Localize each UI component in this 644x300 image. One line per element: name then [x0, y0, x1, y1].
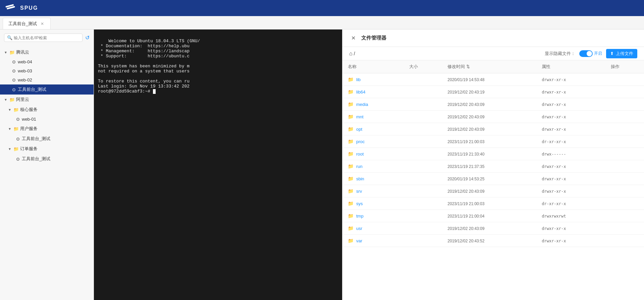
file-modified-cell: 2019/12/02 20:43:19: [442, 86, 536, 98]
file-name-link[interactable]: 📁 media: [348, 102, 398, 107]
host-icon: ⊙: [12, 77, 16, 82]
file-name-link[interactable]: 📁 run: [348, 164, 398, 169]
terminal-cursor: [153, 89, 156, 94]
folder-icon: 📁: [348, 238, 354, 243]
file-perms-cell: drwxr-xr-x: [536, 160, 605, 173]
sidebar-item-toolfront-user[interactable]: ⊙ 工具前台_测试: [0, 134, 94, 144]
file-permissions: drwxr-xr-x: [542, 189, 566, 194]
file-name-link[interactable]: 📁 mnt: [348, 114, 398, 119]
arrow-icon: ▼: [4, 98, 7, 102]
fm-close-button[interactable]: ✕: [349, 34, 357, 42]
file-permissions: drwxrwxrwt: [542, 214, 566, 219]
file-modified: 2019/12/02 20:43:09: [447, 127, 484, 132]
toggle-label: 开启: [594, 51, 602, 56]
file-modified-cell: 2019/12/02 20:43:09: [442, 222, 536, 235]
sidebar-item-web03[interactable]: ⊙ web-03: [0, 66, 94, 75]
fm-table-body: 📁 lib 2020/01/19 14:53:48 drwxr-xr-x 📁 l…: [342, 73, 644, 247]
folder-icon: 📁: [13, 107, 19, 112]
fm-show-hidden-label: 显示隐藏文件：: [545, 51, 575, 57]
col-header-modified: 修改时间 ⇅: [442, 60, 536, 73]
folder-icon: 📁: [13, 146, 19, 152]
fm-path-bar: ⌂ / 显示隐藏文件： 开启 ⬆ 上传文件: [342, 47, 644, 60]
toggle-switch[interactable]: 开启: [579, 50, 602, 57]
file-modified: 2020/01/19 14:53:48: [447, 77, 484, 82]
file-name-cell: 📁 lib64: [342, 86, 404, 98]
table-row: 📁 sbin 2020/01/19 14:53:25 drwxr-xr-x: [342, 173, 644, 185]
sidebar-item-web02[interactable]: ⊙ web-02: [0, 75, 94, 84]
sidebar-item-web04[interactable]: ⊙ web-04: [0, 57, 94, 66]
file-perms-cell: drwxr-xr-x: [536, 86, 605, 98]
fm-path-separator: /: [354, 51, 355, 56]
file-name-link[interactable]: 📁 sys: [348, 201, 398, 206]
table-row: 📁 lib 2020/01/19 14:53:48 drwxr-xr-x: [342, 73, 644, 86]
file-name-link[interactable]: 📁 lib: [348, 77, 398, 82]
tree-subgroup-order-label[interactable]: ▼ 📁 订单服务: [0, 144, 94, 154]
file-name-link[interactable]: 📁 usr: [348, 226, 398, 231]
host-icon: ⊙: [16, 117, 20, 122]
file-name-cell: 📁 lib: [342, 73, 404, 86]
file-name-link[interactable]: 📁 sbin: [348, 176, 398, 181]
tree-subgroup-core-label[interactable]: ▼ 📁 核心服务: [0, 105, 94, 115]
file-size-cell: [404, 173, 442, 185]
fm-table-wrapper: 名称 大小 修改时间 ⇅ 属性 操作 📁 lib: [342, 60, 644, 300]
sidebar-item-toolfront-tencent[interactable]: ⊙ 工具前台_测试: [0, 84, 94, 95]
sidebar-item-toolfront-order[interactable]: ⊙ 工具前台_测试: [0, 154, 94, 164]
file-permissions: drwxr-xr-x: [542, 226, 566, 231]
tab-item-0[interactable]: 工具前台_测试 ✕: [3, 18, 51, 29]
upload-button[interactable]: ⬆ 上传文件: [606, 49, 637, 58]
terminal-area[interactable]: Welcome to Ubuntu 18.04.3 LTS (GNU/ * Do…: [94, 29, 342, 300]
table-row: 📁 root 2023/11/19 21:33:40 drwx------: [342, 148, 644, 160]
file-perms-cell: drwxr-xr-x: [536, 111, 605, 123]
sidebar-item-label: web-03: [18, 68, 32, 73]
file-name-link[interactable]: 📁 lib64: [348, 89, 398, 95]
file-modified: 2023/11/19 21:33:40: [447, 152, 484, 157]
file-name-text: run: [356, 164, 363, 169]
table-row: 📁 sys 2023/11/19 21:00:03 dr-xr-xr-x: [342, 197, 644, 210]
file-name-cell: 📁 mnt: [342, 111, 404, 123]
fm-home-icon[interactable]: ⌂: [349, 51, 353, 57]
file-size-cell: [404, 210, 442, 222]
sort-icon: ⇅: [466, 64, 470, 69]
file-name-link[interactable]: 📁 tmp: [348, 213, 398, 219]
file-permissions: drwxr-xr-x: [542, 115, 566, 119]
file-name-link[interactable]: 📁 srv: [348, 188, 398, 194]
file-name-link[interactable]: 📁 proc: [348, 139, 398, 144]
file-perms-cell: dr-xr-xr-x: [536, 135, 605, 148]
file-actions-cell: [605, 98, 644, 111]
file-perms-cell: drwx------: [536, 148, 605, 160]
file-name-cell: 📁 tmp: [342, 210, 404, 222]
file-permissions: drwxr-xr-x: [542, 164, 566, 169]
tree-subgroup-user-label[interactable]: ▼ 📁 用户服务: [0, 124, 94, 134]
file-name-text: sys: [356, 201, 363, 206]
file-size-cell: [404, 86, 442, 98]
table-row: 📁 run 2023/11/19 21:37:35 drwxr-xr-x: [342, 160, 644, 173]
search-input-wrapper[interactable]: 🔍: [4, 34, 83, 42]
file-modified: 2019/12/02 20:43:09: [447, 226, 484, 231]
sidebar-item-web01[interactable]: ⊙ web-01: [0, 115, 94, 124]
folder-icon: 📁: [348, 188, 354, 194]
file-modified: 2023/11/19 21:37:35: [447, 164, 484, 169]
tree-group-tencentcloud-label[interactable]: ▼ 📁 腾讯云: [0, 47, 94, 57]
top-header: SPUG: [0, 0, 644, 16]
table-row: 📁 mnt 2019/12/02 20:43:09 drwxr-xr-x: [342, 111, 644, 123]
refresh-icon[interactable]: ↺: [85, 35, 90, 41]
tree-group-alicloud-label[interactable]: ▼ 📁 阿里云: [0, 95, 94, 105]
file-modified: 2019/12/02 20:43:09: [447, 115, 484, 119]
tab-close-0[interactable]: ✕: [40, 21, 45, 26]
search-input[interactable]: [14, 36, 79, 40]
sidebar-item-label: web-02: [18, 77, 32, 82]
tree-subgroup-order: ▼ 📁 订单服务 ⊙ 工具前台_测试: [0, 144, 94, 164]
tree-subgroup-name: 核心服务: [20, 107, 38, 113]
file-name-link[interactable]: 📁 var: [348, 238, 398, 243]
file-modified-cell: 2020/01/19 14:53:48: [442, 73, 536, 86]
toggle-track[interactable]: [579, 50, 593, 57]
folder-icon: 📁: [348, 114, 354, 119]
file-name-text: sbin: [356, 176, 364, 181]
file-name-link[interactable]: 📁 root: [348, 151, 398, 157]
table-row: 📁 media 2019/12/02 20:43:09 drwxr-xr-x: [342, 98, 644, 111]
sidebar: 🔍 ↺ ▼ 📁 腾讯云 ⊙ web-04 ⊙ web-03: [0, 29, 94, 300]
file-name-cell: 📁 media: [342, 98, 404, 111]
file-name-link[interactable]: 📁 opt: [348, 126, 398, 132]
file-name-text: lib: [356, 77, 361, 82]
tree-subgroup-name: 用户服务: [20, 126, 38, 132]
